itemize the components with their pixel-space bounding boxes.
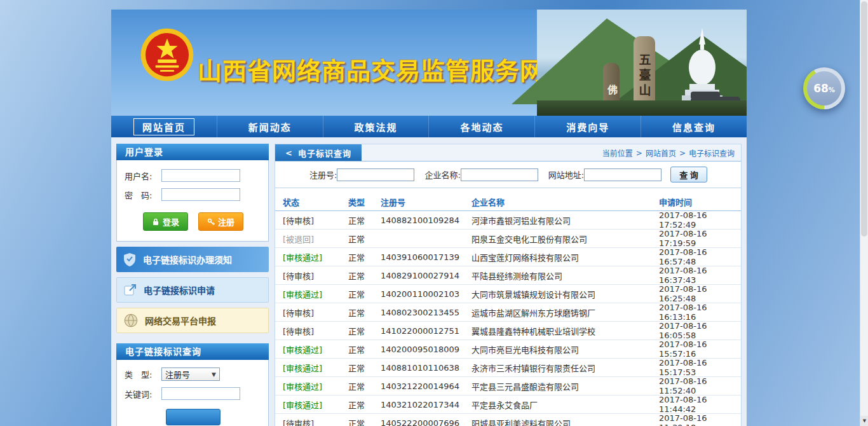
globe-icon xyxy=(123,312,139,329)
nav-item-info-query[interactable]: 信息查询 xyxy=(641,116,747,137)
keyword-input[interactable] xyxy=(161,387,240,400)
banner-link-id-apply[interactable]: 电子链接标识申请 xyxy=(116,277,269,303)
tab-id-query[interactable]: < 电子标识查询 xyxy=(275,144,362,161)
password-input[interactable] xyxy=(161,188,240,201)
scroll-down-icon: ▼ xyxy=(863,418,866,423)
cell-status: [待审核] xyxy=(283,214,348,226)
search-bar: 注册号: 企业名称: 网站地址: 查 询 xyxy=(275,161,741,188)
sidebar-query-submit-button[interactable] xyxy=(166,409,220,425)
register-button-label: 注册 xyxy=(218,216,234,228)
breadcrumb-separator: > xyxy=(636,149,642,158)
table-body: [待审核]正常140882100109284河津市鑫银河铝业有限公司2017-0… xyxy=(275,211,741,426)
search-button[interactable]: 查 询 xyxy=(670,167,707,182)
cell-type: 正常 xyxy=(348,362,381,374)
main-panel: < 电子标识查询 当前位置 > 网站首页 > 电子标识查询 注册号: 企业名称:… xyxy=(275,144,742,426)
banner-link-platform-report[interactable]: 网络交易平台申报 xyxy=(116,308,269,333)
username-label: 用户名: xyxy=(125,170,161,182)
cell-time: 2017-08-16 11:52:40 xyxy=(659,376,741,395)
cell-time: 2017-08-16 11:39:18 xyxy=(659,413,741,426)
nav-item-consumer[interactable]: 消费向导 xyxy=(535,116,641,137)
cell-company: 翼城县隆鑫特种机械职业培训学校 xyxy=(471,325,659,337)
cell-type: 正常 xyxy=(348,380,381,392)
nav-item-regional[interactable]: 各地动态 xyxy=(429,116,535,137)
cell-reg: 140391060017139 xyxy=(381,252,471,262)
table-row: [审核通过]正常140200095018009大同市亮巨光电科技有限公司2017… xyxy=(275,340,741,359)
cell-company: 大同市亮巨光电科技有限公司 xyxy=(471,343,659,355)
cell-time: 2017-08-16 16:05:58 xyxy=(659,321,741,340)
cell-type: 正常 xyxy=(348,325,381,337)
username-input[interactable] xyxy=(161,169,240,182)
login-button[interactable]: 登录 xyxy=(143,212,188,231)
cell-type: 正常 xyxy=(348,417,381,426)
table-header-row: 状态 类型 注册号 企业名称 申请时间 xyxy=(275,193,741,211)
login-panel: 用户名: 密 码: 登录 xyxy=(116,160,269,242)
tab-title: 电子标识查询 xyxy=(298,147,351,159)
banner-link-id-notice[interactable]: 电子链接标识办理须知 xyxy=(116,247,269,272)
external-link-icon xyxy=(123,282,138,298)
nav-label: 网站首页 xyxy=(133,118,194,135)
register-button[interactable]: 注册 xyxy=(198,212,243,231)
site-title: 山西省网络商品交易监管服务网 xyxy=(198,52,545,86)
nav-label: 消费向导 xyxy=(557,118,618,135)
cell-time: 2017-08-16 16:13:16 xyxy=(659,303,741,322)
table-row: [待审核]正常140882100109284河津市鑫银河铝业有限公司2017-0… xyxy=(275,211,741,230)
cell-type: 正常 xyxy=(348,343,381,355)
table-row: [审核通过]正常140391060017139山西宝莲灯网络科技有限公司2017… xyxy=(275,248,741,266)
nav-item-news[interactable]: 新闻动态 xyxy=(217,116,323,137)
site-page: 山西省网络商品交易监管服务网 佛 五臺山 网站首页 新闻动态 政策法规 各地动态… xyxy=(111,10,747,426)
cell-reg: 140829100027914 xyxy=(381,271,471,280)
header-reg-number: 注册号 xyxy=(381,196,471,208)
cell-reg: 140200110002103 xyxy=(381,289,471,299)
breadcrumb-current-link[interactable]: 电子标识查询 xyxy=(689,148,735,158)
scrollbar-thumb[interactable] xyxy=(861,1,867,237)
cell-reg: 140321022017344 xyxy=(381,400,471,409)
nav-item-home[interactable]: 网站首页 xyxy=(111,116,217,137)
cell-reg: 140881010110638 xyxy=(381,363,471,373)
cell-status: [审核通过] xyxy=(283,399,348,411)
cell-status: [待审核] xyxy=(283,270,348,282)
type-select[interactable]: 注册号 ▼ xyxy=(161,368,220,381)
chevron-down-icon: ▼ xyxy=(212,371,216,378)
cell-reg: 140802300213455 xyxy=(381,308,471,317)
cell-time: 2017-08-16 16:25:48 xyxy=(659,284,741,303)
header-status: 状态 xyxy=(283,196,348,208)
website-input[interactable] xyxy=(584,168,661,181)
login-button-label: 登录 xyxy=(163,216,179,228)
reg-number-input[interactable] xyxy=(337,168,414,181)
cell-time: 2017-08-16 16:37:43 xyxy=(659,266,741,285)
cell-type: 正常 xyxy=(348,306,381,319)
content-area: 用户登录 用户名: 密 码: 登录 xyxy=(111,137,747,426)
browser-scrollbar[interactable]: ▼ xyxy=(860,0,868,426)
table-row: [审核通过]正常140200110002103大同市筑景城镇规划设计有限公司20… xyxy=(275,285,741,303)
header-apply-time: 申请时间 xyxy=(659,196,741,208)
cell-reg: 140882100109284 xyxy=(381,216,471,225)
header-company: 企业名称 xyxy=(471,196,659,208)
nav-item-policy[interactable]: 政策法规 xyxy=(323,116,430,137)
cell-type: 正常 xyxy=(348,214,381,226)
cell-status: [审核通过] xyxy=(283,288,348,300)
shield-icon xyxy=(122,251,137,268)
main-nav: 网站首页 新闻动态 政策法规 各地动态 消费向导 信息查询 xyxy=(111,116,747,137)
cell-company: 平定县三元昌盛酿造有限公司 xyxy=(471,380,659,392)
breadcrumb: 当前位置 > 网站首页 > 电子标识查询 xyxy=(602,144,735,161)
national-emblem-logo xyxy=(138,25,196,87)
cell-status: [审核通过] xyxy=(283,380,348,392)
banner-link-label: 电子链接标识办理须知 xyxy=(143,253,232,266)
cell-time: 2017-08-16 15:17:53 xyxy=(659,358,741,377)
table-row: [待审核]正常140802300213455运城市盐湖区解州东方球磨铸钢厂201… xyxy=(275,303,741,322)
company-name-input[interactable] xyxy=(461,168,538,181)
nav-label: 政策法规 xyxy=(346,118,407,135)
scroll-down-button[interactable]: ▼ xyxy=(860,416,868,426)
password-label: 密 码: xyxy=(125,189,161,201)
cell-status: [审核通过] xyxy=(283,343,348,355)
reg-number-label: 注册号: xyxy=(309,168,337,181)
breadcrumb-home-link[interactable]: 网站首页 xyxy=(646,148,676,158)
progress-value: 68% xyxy=(807,71,841,106)
header-type: 类型 xyxy=(348,196,381,208)
table-row: [审核通过]正常140881010110638永济市三禾村镇银行有限责任公司20… xyxy=(275,359,741,377)
cell-type: 正常 xyxy=(348,399,381,411)
cell-status: [待审核] xyxy=(283,325,348,337)
progress-percent-sign: % xyxy=(829,86,835,93)
back-arrow-icon: < xyxy=(285,148,293,158)
cell-reg: 140522200007696 xyxy=(381,418,471,426)
